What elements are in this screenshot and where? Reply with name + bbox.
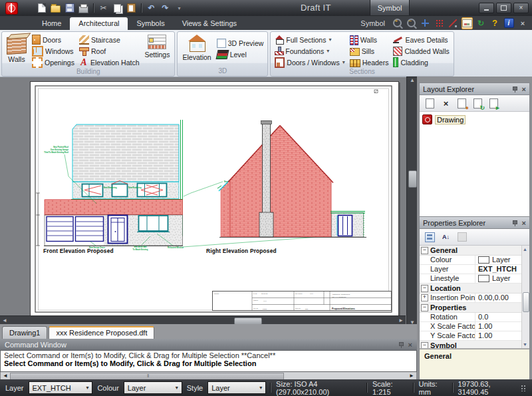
save-file-icon[interactable]	[64, 3, 75, 14]
level-button[interactable]: Level	[215, 49, 265, 60]
tab-views-settings[interactable]: Views & Settings	[174, 17, 245, 30]
style-combo[interactable]: Layer▾	[207, 381, 266, 394]
zoom-in-icon[interactable]: +	[392, 18, 402, 29]
minimize-button[interactable]	[479, 3, 494, 13]
delete-layout-icon[interactable]: ×	[440, 98, 452, 109]
section-properties[interactable]: −Properties	[420, 303, 529, 313]
side-sliver	[221, 180, 230, 237]
app-menu-button[interactable]	[0, 0, 23, 16]
grid-scroll-thumb[interactable]	[523, 292, 529, 312]
layout-item-drawing[interactable]: Drawing	[422, 114, 469, 124]
refresh-icon[interactable]: ↻	[475, 18, 486, 29]
print-icon[interactable]	[78, 3, 89, 14]
panel-close-icon[interactable]: ×	[522, 86, 526, 93]
ribbon-close-icon[interactable]: ×	[517, 18, 528, 29]
active-drawing-tool-icon[interactable]	[462, 18, 472, 29]
tab-residence-proposed[interactable]: xxx Residence Proposed.dft	[49, 326, 154, 339]
sills-button[interactable]: Sills	[348, 45, 390, 57]
windows-button[interactable]: Windows	[31, 45, 76, 57]
property-row-colour[interactable]: Colour Layer	[420, 256, 529, 265]
property-grid-scrollbar[interactable]: ▲ ▼	[521, 246, 529, 348]
doors-button[interactable]: Doors	[31, 34, 76, 45]
copy-icon[interactable]	[112, 3, 123, 14]
tab-drawing1[interactable]: Drawing1	[2, 326, 47, 339]
pin-icon[interactable]	[512, 86, 517, 93]
settings-button[interactable]: Settings	[143, 33, 172, 59]
qat-customize-icon[interactable]: ▾	[174, 3, 185, 14]
tab-home[interactable]: Home	[33, 17, 70, 30]
3d-preview-toggle[interactable]: 3D Preview	[215, 37, 265, 49]
status-separator	[414, 383, 414, 393]
scroll-left-icon[interactable]: ◄	[3, 373, 8, 379]
property-row-rotation[interactable]: Rotation 0.0	[420, 313, 529, 322]
expand-icon[interactable]: +	[421, 294, 428, 301]
command-close-icon[interactable]: ×	[408, 341, 412, 348]
scroll-up-icon[interactable]: ▲	[410, 78, 415, 83]
drawing-canvas[interactable]: New Rendering New Rendering	[30, 81, 399, 317]
pin-icon[interactable]	[398, 341, 404, 348]
roof-button[interactable]: Roof	[78, 45, 141, 57]
redo-icon[interactable]: ↷	[160, 3, 171, 14]
section-symbol[interactable]: −Symbol	[420, 341, 529, 349]
doors-windows-button[interactable]: Doors / Windows▾	[273, 57, 346, 68]
tab-symbols[interactable]: Symbols	[128, 17, 173, 30]
eaves-details-button[interactable]: Eaves Details	[392, 34, 450, 45]
command-output[interactable]: Select Command or Item(s) to Modify, Cli…	[0, 350, 417, 372]
colour-combo[interactable]: Layer▾	[124, 381, 182, 394]
help-icon[interactable]: ?	[489, 18, 500, 29]
property-row-linestyle[interactable]: Linestyle Layer	[420, 274, 529, 284]
section-location[interactable]: −Location	[420, 284, 529, 294]
categorized-view-icon[interactable]	[424, 232, 436, 243]
paste-icon[interactable]	[126, 3, 137, 14]
property-row-xscale[interactable]: X Scale Factor 1.00	[420, 322, 529, 331]
tab-architectural[interactable]: Architectural	[70, 17, 128, 30]
openings-button[interactable]: Openings	[31, 57, 76, 68]
property-row-layer[interactable]: Layer EXT_HTCH	[420, 265, 529, 274]
cladded-walls-button[interactable]: Cladded Walls	[392, 45, 450, 57]
drawing-horizontal-scrollbar[interactable]: ◄ ►	[0, 315, 406, 325]
open-file-icon[interactable]	[50, 3, 61, 14]
pin-icon[interactable]	[512, 220, 517, 226]
scroll-up-icon[interactable]: ▲	[523, 247, 527, 252]
elevation-button[interactable]: Elevation	[180, 33, 213, 61]
close-button[interactable]: ×	[513, 3, 529, 13]
section-walls-button[interactable]: Walls	[348, 34, 390, 45]
headers-button[interactable]: Headers	[348, 57, 390, 68]
panel-close-icon[interactable]: ×	[522, 220, 526, 226]
ribbon-tab-row: Home Architectural Symbols Views & Setti…	[0, 16, 532, 30]
new-layout-icon[interactable]	[424, 98, 436, 109]
section-general[interactable]: −General	[420, 246, 529, 256]
property-row-yscale[interactable]: Y Scale Factor 1.00	[420, 331, 529, 341]
elevation-hatch-button[interactable]: AElevation Hatch	[78, 57, 141, 68]
new-file-icon[interactable]	[36, 3, 47, 14]
grid-icon[interactable]	[434, 18, 444, 29]
zoom-out-icon[interactable]: −	[406, 18, 416, 29]
cut-icon[interactable]: ✂	[98, 3, 109, 14]
document-tabs: Drawing1 xxx Residence Proposed.dft	[0, 324, 419, 339]
group-label-building: Building	[2, 68, 174, 76]
scroll-down-icon[interactable]: ▼	[523, 342, 527, 347]
import-layout-icon[interactable]: ►	[488, 98, 499, 109]
group-sections: Full Sections▾ Foundations▾ Doors / Wind…	[270, 31, 454, 77]
property-row-insertion-point[interactable]: +Insertion Point 0.00,0.00	[420, 294, 529, 303]
refresh-layout-icon[interactable]: ↻	[472, 98, 483, 109]
export-layout-icon[interactable]: ●	[456, 98, 467, 109]
vertical-scroll-thumb[interactable]	[408, 170, 417, 188]
resize-grip[interactable]	[521, 385, 527, 391]
foundations-button[interactable]: Foundations▾	[273, 45, 346, 57]
scroll-left-icon[interactable]: ◄	[2, 317, 7, 323]
snap-icon[interactable]	[448, 18, 458, 29]
layout-item-label: Drawing	[435, 115, 466, 124]
scroll-right-icon[interactable]: ►	[409, 373, 414, 379]
pan-icon[interactable]	[420, 18, 430, 29]
maximize-button[interactable]	[496, 3, 511, 13]
staircase-button[interactable]: Staircase	[78, 34, 141, 45]
info-icon[interactable]: i	[503, 18, 514, 29]
undo-icon[interactable]: ↶	[146, 3, 157, 14]
sort-az-icon[interactable]: A↓	[440, 232, 452, 243]
cladding-button[interactable]: Cladding	[392, 57, 450, 68]
full-sections-button[interactable]: Full Sections▾	[273, 34, 346, 45]
layer-combo[interactable]: EXT_HTCH▾	[29, 381, 93, 394]
walls-button[interactable]: Walls	[5, 33, 29, 63]
scroll-right-icon[interactable]: ►	[398, 317, 404, 323]
